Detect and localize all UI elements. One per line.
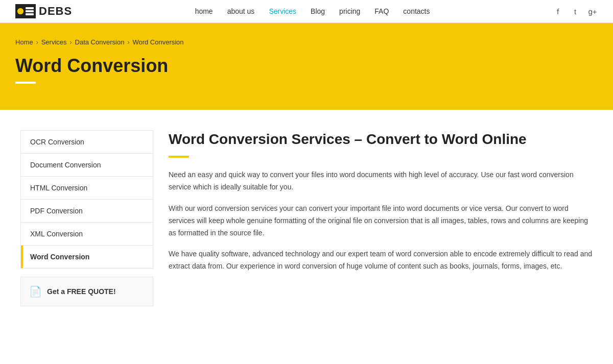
hero-title: Word Conversion xyxy=(15,55,598,77)
sidebar-quote-box[interactable]: 📄 Get a FREE QUOTE! xyxy=(20,277,153,306)
breadcrumb-sep-3: › xyxy=(127,39,129,46)
nav-services[interactable]: Services xyxy=(269,7,296,15)
sidebar-item-word: Word Conversion xyxy=(21,246,153,268)
nav-contacts[interactable]: contacts xyxy=(403,7,430,15)
breadcrumb-services[interactable]: Services xyxy=(41,38,67,46)
sidebar: OCR Conversion Document Conversion HTML … xyxy=(20,130,153,306)
breadcrumb: Home › Services › Data Conversion › Word… xyxy=(15,38,598,46)
twitter-icon[interactable]: t xyxy=(570,6,580,16)
sidebar-item-html: HTML Conversion xyxy=(21,177,153,200)
sidebar-item-ocr: OCR Conversion xyxy=(21,131,153,154)
sidebar-link-xml[interactable]: XML Conversion xyxy=(21,223,153,245)
content-divider xyxy=(169,156,189,158)
svg-rect-2 xyxy=(26,7,34,9)
sidebar-item-xml: XML Conversion xyxy=(21,223,153,246)
quote-icon: 📄 xyxy=(29,285,42,298)
facebook-icon[interactable]: f xyxy=(553,6,563,16)
nav-pricing[interactable]: pricing xyxy=(339,7,360,15)
article-content: Word Conversion Services – Convert to Wo… xyxy=(169,130,593,306)
quote-label: Get a FREE QUOTE! xyxy=(47,287,116,296)
nav-faq[interactable]: FAQ xyxy=(374,7,389,15)
nav-blog[interactable]: Blog xyxy=(311,7,325,15)
social-icons: f t g+ xyxy=(553,6,598,16)
sidebar-nav: OCR Conversion Document Conversion HTML … xyxy=(20,130,153,269)
sidebar-link-word[interactable]: Word Conversion xyxy=(23,246,153,268)
logo[interactable]: DEBS xyxy=(15,4,72,18)
svg-rect-3 xyxy=(26,10,34,12)
content-title: Word Conversion Services – Convert to Wo… xyxy=(169,130,593,149)
main-content: OCR Conversion Document Conversion HTML … xyxy=(10,130,603,306)
breadcrumb-sep-2: › xyxy=(70,39,72,46)
sidebar-item-document: Document Conversion xyxy=(21,154,153,177)
breadcrumb-sep-1: › xyxy=(36,39,38,46)
content-paragraph-1: Need an easy and quick way to convert yo… xyxy=(169,169,593,193)
logo-icon xyxy=(15,4,36,18)
sidebar-link-ocr[interactable]: OCR Conversion xyxy=(21,131,153,153)
sidebar-link-document[interactable]: Document Conversion xyxy=(21,154,153,176)
google-plus-icon[interactable]: g+ xyxy=(587,6,598,16)
header: DEBS home about us Services Blog pricing… xyxy=(0,0,613,23)
main-nav: home about us Services Blog pricing FAQ … xyxy=(195,7,430,15)
sidebar-item-pdf: PDF Conversion xyxy=(21,200,153,223)
breadcrumb-home[interactable]: Home xyxy=(15,38,33,46)
hero-banner: Home › Services › Data Conversion › Word… xyxy=(0,23,613,110)
svg-rect-4 xyxy=(26,13,34,15)
content-paragraph-2: With our word conversion services your c… xyxy=(169,203,593,239)
logo-text: DEBS xyxy=(39,5,72,18)
nav-home[interactable]: home xyxy=(195,7,213,15)
sidebar-link-pdf[interactable]: PDF Conversion xyxy=(21,200,153,222)
content-paragraph-3: We have quality software, advanced techn… xyxy=(169,248,593,273)
breadcrumb-data-conversion[interactable]: Data Conversion xyxy=(75,38,125,46)
svg-point-1 xyxy=(17,8,23,14)
breadcrumb-current: Word Conversion xyxy=(132,38,183,46)
sidebar-link-html[interactable]: HTML Conversion xyxy=(21,177,153,199)
nav-about[interactable]: about us xyxy=(227,7,255,15)
hero-underline xyxy=(15,82,36,84)
